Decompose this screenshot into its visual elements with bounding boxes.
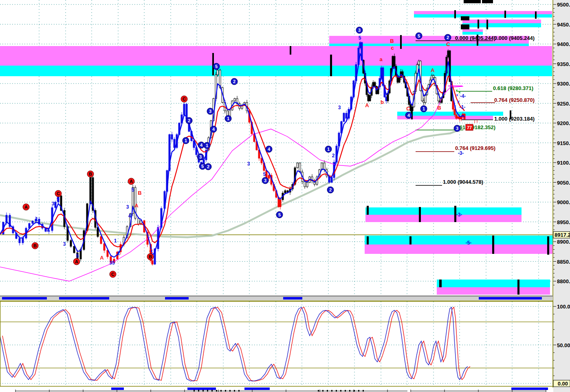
wave-text-blue: -3- [458, 150, 464, 156]
svg-text:2: 2 [188, 118, 190, 123]
svg-text:4: 4 [212, 127, 215, 132]
svg-text:4: 4 [407, 113, 410, 118]
wave-text-red: A [134, 203, 139, 209]
svg-text:5: 5 [278, 212, 281, 217]
wave-text-blue: 3 [63, 241, 66, 247]
svg-text:B: B [149, 254, 152, 259]
price-axis-label: 9200. [557, 120, 570, 126]
svg-text:2: 2 [447, 35, 449, 40]
svg-text:3: 3 [456, 126, 458, 131]
wave-text-red: B [437, 105, 441, 111]
wave-text-blue: 1 [114, 238, 117, 244]
price-axis-label: 9250. [557, 101, 570, 107]
svg-text:x: x [454, 104, 456, 108]
price-axis-label: 9150. [557, 140, 570, 146]
wave-text-red: B [390, 38, 394, 44]
price-axis-label: 9350. [557, 61, 570, 67]
wave-text-blue: 4 [128, 213, 131, 219]
current-price-value: 8917.2 [555, 232, 570, 238]
svg-text:5: 5 [215, 64, 218, 69]
wave-text-blue: 2 [332, 153, 335, 159]
wave-text-blue: 2 [47, 227, 50, 233]
osc-axis-label: 100.0 [557, 304, 570, 310]
wave-text-blue: 3 [247, 161, 250, 167]
svg-text:C: C [111, 272, 114, 277]
range-dash [111, 388, 124, 390]
svg-text:77: 77 [467, 125, 472, 130]
svg-text:2: 2 [207, 164, 209, 169]
swing-dash [2, 297, 47, 300]
svg-text:3: 3 [264, 178, 266, 183]
fib-label: 0.618 (9182.352) [455, 124, 495, 130]
wave-text-blue: 5 [132, 187, 134, 193]
fib-label: 0.618 (9280.371) [493, 85, 533, 91]
swing-dash [59, 297, 109, 300]
wave-text-red: A [431, 67, 435, 73]
fib-label: 1.000 (9044.578) [443, 179, 483, 185]
fib-label: 0.000 (9405.244) [494, 35, 535, 41]
fib-label: 0.000 (9405.244) [455, 35, 495, 41]
wave-text-blue: 3 [126, 204, 129, 210]
osc-current-value: 0.00 [558, 381, 568, 387]
svg-text:x: x [456, 93, 458, 97]
svg-text:3: 3 [358, 28, 361, 33]
price-axis-label: 9000. [557, 199, 570, 205]
wave-text-blue: -1- [460, 104, 466, 110]
wave-text-blue: -4- [460, 93, 466, 99]
chart-canvas[interactable]: 0.000 (9405.244)0.000 (9405.244)0.618 (9… [0, 0, 570, 392]
svg-text:A: A [130, 179, 133, 184]
swing-dash [479, 297, 542, 300]
svg-text:4: 4 [268, 147, 271, 152]
svg-text:C: C [57, 191, 60, 196]
svg-text:1: 1 [185, 138, 187, 143]
svg-text:A: A [75, 259, 78, 264]
price-axis-label: 8850. [557, 259, 570, 265]
wave-text-blue: 1 [35, 216, 38, 222]
wave-text-blue: 5 [76, 253, 79, 259]
wave-text-blue: 3 [338, 105, 341, 110]
stochastic-panel[interactable]: 100.050.000.00 [0, 302, 570, 387]
wave-text-blue: 5 [263, 172, 266, 177]
svg-text:5: 5 [201, 164, 204, 169]
svg-text:2: 2 [233, 79, 235, 84]
svg-text:3: 3 [209, 109, 211, 114]
svg-text:1: 1 [327, 147, 330, 152]
panel-separator[interactable] [0, 295, 553, 301]
price-axis-label: 8800. [557, 278, 570, 284]
svg-text:B: B [33, 243, 37, 248]
svg-text:C: C [183, 97, 186, 101]
wave-text-blue: -5- [466, 240, 472, 246]
svg-text:5: 5 [418, 33, 420, 38]
range-dash [244, 388, 270, 390]
wave-text-blue: 35 [109, 260, 115, 266]
wave-text-red: C [149, 248, 153, 254]
wave-text-red: c [391, 45, 394, 51]
wave-text-red: A [100, 255, 104, 261]
range-dash [187, 388, 216, 390]
fib-label: 1.000 (9203.184) [494, 116, 535, 122]
wave-text-red: b [381, 99, 384, 105]
range-dash [511, 388, 548, 390]
swing-dash [283, 297, 302, 300]
trading-chart-window: 0.000 (9405.244)0.000 (9405.244)0.618 (9… [0, 0, 570, 392]
svg-text:3: 3 [199, 154, 202, 159]
wave-text-red: B [138, 190, 141, 196]
wave-text-blue: -3- [456, 212, 462, 218]
svg-text:1: 1 [423, 106, 425, 111]
wave-text-blue: 3 [52, 201, 55, 207]
wave-text-blue: 5 [359, 35, 361, 41]
svg-text:B: B [89, 172, 92, 176]
price-axis-label: 8950. [557, 219, 570, 225]
svg-text:A: A [24, 205, 28, 209]
wave-text-red: A [365, 102, 369, 108]
wave-text-blue: 5 [57, 196, 59, 202]
price-axis-label: 9500. [557, 2, 570, 8]
swing-dash [165, 297, 189, 300]
wave-text-red: a [379, 56, 383, 62]
axis-gutter [553, 0, 570, 392]
svg-text:x: x [457, 99, 459, 104]
price-axis-label: 9100. [557, 160, 570, 166]
price-axis-label: 9050. [557, 180, 570, 186]
osc-axis-label: 50.00 [557, 342, 570, 348]
price-axis-label: 9300. [557, 81, 570, 87]
